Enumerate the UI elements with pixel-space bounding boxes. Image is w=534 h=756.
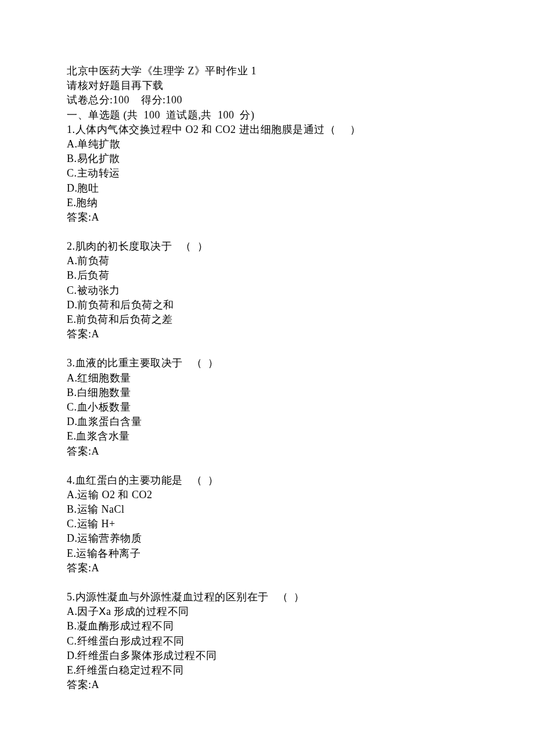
question-option: B.凝血酶形成过程不同	[67, 619, 467, 633]
question-option: B.后负荷	[67, 268, 467, 283]
score-line: 试卷总分:100 得分:100	[67, 93, 467, 107]
section-title: 一、单选题 (共 100 道试题,共 100 分)	[67, 108, 467, 123]
question-option: A.前负荷	[67, 254, 467, 268]
question-option: A.运输 O2 和 CO2	[67, 488, 467, 502]
question-answer: 答案:A	[67, 678, 467, 692]
question-stem: 5.内源性凝血与外源性凝血过程的区别在于 （ ）	[67, 590, 467, 604]
question-option: A.因子Ⅹa 形成的过程不同	[67, 604, 467, 619]
spacer	[67, 459, 467, 473]
page-container: 北京中医药大学《生理学 Z》平时作业 1 请核对好题目再下载 试卷总分:100 …	[0, 0, 534, 756]
question-option: E.纤维蛋白稳定过程不同	[67, 663, 467, 678]
spacer	[67, 575, 467, 590]
question-option: B.易化扩散	[67, 152, 467, 166]
question-option: E.胞纳	[67, 196, 467, 210]
question-stem: 2.肌肉的初长度取决于 （ ）	[67, 239, 467, 254]
question-option: D.血浆蛋白含量	[67, 415, 467, 429]
question-answer: 答案:A	[67, 210, 467, 225]
question-option: C.主动转运	[67, 166, 467, 181]
question-option: E.血浆含水量	[67, 429, 467, 444]
spacer	[67, 225, 467, 239]
question-stem: 1.人体内气体交换过程中 O2 和 CO2 进出细胞膜是通过（ ）	[67, 123, 467, 137]
question-option: D.胞吐	[67, 181, 467, 196]
question-option: B.白细胞数量	[67, 386, 467, 400]
question-option: A.红细胞数量	[67, 371, 467, 386]
question-option: C.运输 H+	[67, 517, 467, 531]
question-option: D.纤维蛋白多聚体形成过程不同	[67, 649, 467, 663]
question-option: C.被动张力	[67, 283, 467, 298]
question-option: E.前负荷和后负荷之差	[67, 312, 467, 327]
question-option: D.运输营养物质	[67, 531, 467, 546]
question-stem: 3.血液的比重主要取决于 （ ）	[67, 356, 467, 370]
question-option: E.运输各种离子	[67, 546, 467, 561]
question-option: B.运输 NaCl	[67, 502, 467, 517]
question-answer: 答案:A	[67, 444, 467, 459]
question-option: A.单纯扩散	[67, 137, 467, 152]
question-answer: 答案:A	[67, 561, 467, 575]
question-option: D.前负荷和后负荷之和	[67, 298, 467, 312]
question-option: C.血小板数量	[67, 400, 467, 415]
doc-title: 北京中医药大学《生理学 Z》平时作业 1	[67, 64, 467, 78]
question-option: C.纤维蛋白形成过程不同	[67, 634, 467, 649]
question-answer: 答案:A	[67, 327, 467, 341]
spacer	[67, 341, 467, 356]
doc-instruction: 请核对好题目再下载	[67, 78, 467, 93]
question-stem: 4.血红蛋白的主要功能是 （ ）	[67, 473, 467, 488]
